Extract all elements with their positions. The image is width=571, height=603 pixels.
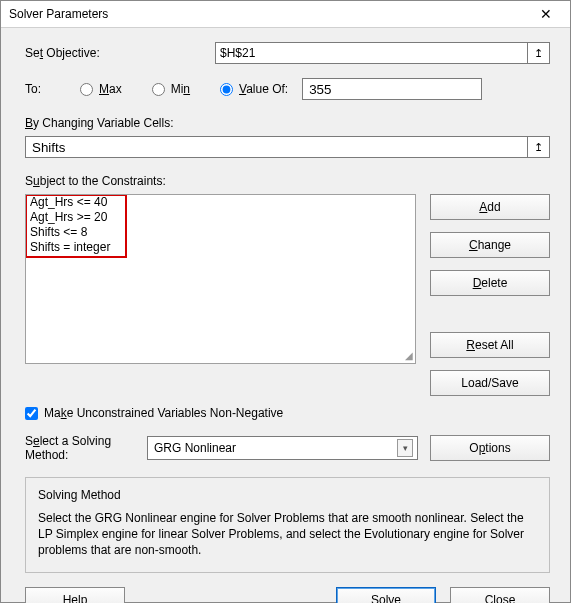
solving-method-description: Select the GRG Nonlinear engine for Solv… xyxy=(38,510,537,559)
objective-input-group: ↥ xyxy=(215,42,550,64)
method-row: Select a SolvingMethod: GRG Nonlinear ▾ … xyxy=(25,434,550,463)
scroll-handle-icon[interactable]: ◢ xyxy=(405,350,413,361)
nonneg-check-row[interactable]: Make Unconstrained Variables Non-Negativ… xyxy=(25,406,550,420)
to-min-option[interactable]: Min xyxy=(152,82,190,96)
solver-parameters-dialog: Solver Parameters ✕ Set Objective: ↥ To:… xyxy=(0,0,571,603)
close-icon[interactable]: ✕ xyxy=(526,1,566,27)
constraints-block: Agt_Hrs <= 40 Agt_Hrs >= 20 Shifts <= 8 … xyxy=(25,194,550,396)
nonneg-checkbox[interactable] xyxy=(25,407,38,420)
objective-input[interactable] xyxy=(215,42,528,64)
change-button[interactable]: Change xyxy=(430,232,550,258)
changing-cells-input[interactable] xyxy=(25,136,528,158)
add-button[interactable]: Add xyxy=(430,194,550,220)
titlebar: Solver Parameters ✕ xyxy=(1,1,570,28)
list-item[interactable]: Shifts <= 8 xyxy=(26,225,415,240)
solving-method-legend: Solving Method xyxy=(38,488,121,502)
reset-all-button[interactable]: Reset All xyxy=(430,332,550,358)
objective-row: Set Objective: ↥ xyxy=(25,42,550,64)
changing-cells-range-picker-icon[interactable]: ↥ xyxy=(528,136,550,158)
solve-button[interactable]: Solve xyxy=(336,587,436,603)
list-item[interactable]: Agt_Hrs <= 40 xyxy=(26,195,415,210)
method-select[interactable]: GRG Nonlinear ▾ xyxy=(147,436,418,460)
to-max-label: Max xyxy=(99,82,122,96)
constraints-buttons: Add Change Delete Reset All Load/Save xyxy=(430,194,550,396)
help-button[interactable]: Help xyxy=(25,587,125,603)
list-item[interactable]: Agt_Hrs >= 20 xyxy=(26,210,415,225)
to-valueof-label: Value Of: xyxy=(239,82,288,96)
method-value: GRG Nonlinear xyxy=(154,441,236,455)
to-valueof-radio[interactable] xyxy=(220,83,233,96)
to-min-label: Min xyxy=(171,82,190,96)
dialog-footer: Help Solve Close xyxy=(25,587,550,603)
to-valueof-option[interactable]: Value Of: xyxy=(220,82,288,96)
changing-cells-row: ↥ xyxy=(25,136,550,158)
constraints-listbox[interactable]: Agt_Hrs <= 40 Agt_Hrs >= 20 Shifts <= 8 … xyxy=(25,194,416,364)
to-min-radio[interactable] xyxy=(152,83,165,96)
solving-method-groupbox: Solving Method Select the GRG Nonlinear … xyxy=(25,477,550,574)
list-item[interactable]: Shifts = integer xyxy=(26,240,415,255)
to-max-option[interactable]: Max xyxy=(80,82,122,96)
changing-cells-label: By Changing Variable Cells: xyxy=(25,116,550,130)
nonneg-label: Make Unconstrained Variables Non-Negativ… xyxy=(44,406,283,420)
chevron-down-icon[interactable]: ▾ xyxy=(397,439,413,457)
objective-range-picker-icon[interactable]: ↥ xyxy=(528,42,550,64)
delete-button[interactable]: Delete xyxy=(430,270,550,296)
to-row: To: Max Min Value Of: xyxy=(25,78,550,100)
set-objective-label: Set Objective: xyxy=(25,46,215,60)
to-max-radio[interactable] xyxy=(80,83,93,96)
to-label: To: xyxy=(25,82,80,96)
value-of-input[interactable] xyxy=(302,78,482,100)
constraints-items: Agt_Hrs <= 40 Agt_Hrs >= 20 Shifts <= 8 … xyxy=(26,195,415,255)
load-save-button[interactable]: Load/Save xyxy=(430,370,550,396)
dialog-content: Set Objective: ↥ To: Max Min Value Of: B… xyxy=(1,28,570,603)
options-button[interactable]: Options xyxy=(430,435,550,461)
constraints-label: Subject to the Constraints: xyxy=(25,174,550,188)
close-button[interactable]: Close xyxy=(450,587,550,603)
method-label: Select a SolvingMethod: xyxy=(25,434,135,463)
window-title: Solver Parameters xyxy=(9,7,108,21)
